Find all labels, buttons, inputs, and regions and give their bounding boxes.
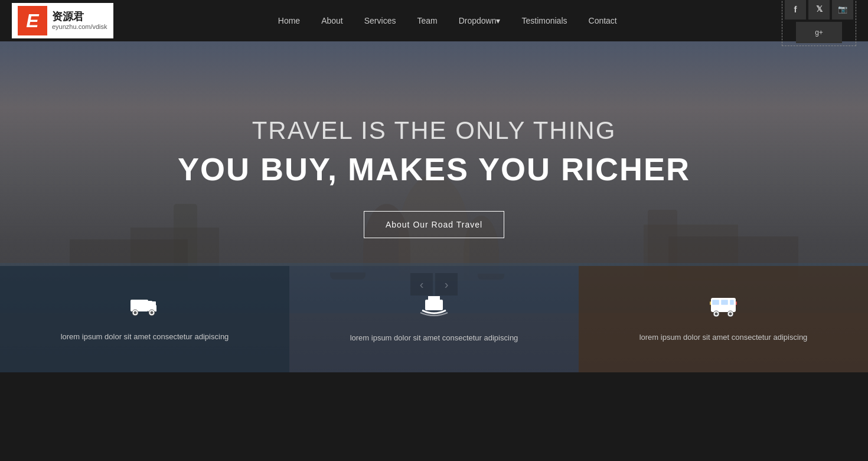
logo-title: 资源君 [52,11,107,24]
svg-rect-20 [710,301,711,305]
nav-about[interactable]: About [311,0,354,41]
twitter-icon: 𝕏 [816,4,823,14]
svg-rect-21 [736,301,737,305]
hero-section: TRAVEL IS THE ONLY THING YOU BUY, MAKES … [0,41,868,372]
svg-rect-13 [721,300,728,305]
instagram-icon: 📷 [838,5,847,14]
feature-card-1: lorem ipsum dolor sit amet consectetur a… [0,266,289,372]
svg-rect-15 [712,306,735,308]
svg-rect-12 [712,300,719,305]
gplus-icon: g+ [815,28,823,37]
nav-dropdown[interactable]: Dropdown ▾ [448,0,511,41]
feature-card-2: lorem ipsum dolor sit amet consectetur a… [289,266,579,372]
svg-marker-8 [428,296,440,300]
nav-testimonials[interactable]: Testimonials [511,0,577,41]
gplus-button[interactable]: g+ [796,22,842,43]
chevron-down-icon: ▾ [496,16,500,25]
logo-letter: E [18,6,47,35]
svg-point-18 [715,313,718,316]
social-bar: f 𝕏 📷 g+ [782,0,856,46]
svg-rect-9 [431,296,433,300]
svg-rect-14 [730,300,734,305]
hero-headline-2: YOU BUY, MAKES YOU RICHER [178,151,690,187]
svg-rect-0 [130,300,148,311]
svg-rect-6 [149,301,156,307]
truck-icon [129,295,160,322]
svg-point-5 [151,311,154,314]
svg-point-19 [729,313,732,316]
main-nav: Home About Services Team Dropdown ▾ Test… [267,0,628,41]
social-top-row: f 𝕏 📷 [785,0,853,20]
ship-icon [419,294,449,323]
feature-card-3: lorem ipsum dolor sit amet consectetur a… [579,266,868,372]
instagram-button[interactable]: 📷 [832,0,853,20]
feature-card-3-text: lorem ipsum dolor sit amet consectetur a… [639,332,808,344]
header: E 资源君 eyunzhu.com/vdisk Home About Servi… [0,0,868,41]
bus-icon [709,294,738,322]
feature-card-2-text: lorem ipsum dolor sit amet consectetur a… [350,332,518,345]
hero-content: TRAVEL IS THE ONLY THING YOU BUY, MAKES … [0,41,868,278]
feature-cards-container: lorem ipsum dolor sit amet consectetur a… [0,266,868,372]
nav-dropdown-label: Dropdown [459,16,497,25]
svg-rect-10 [430,301,438,306]
nav-services[interactable]: Services [354,0,407,41]
facebook-button[interactable]: f [785,0,806,20]
svg-point-4 [134,311,137,314]
hero-headline-1: TRAVEL IS THE ONLY THING [252,116,616,145]
nav-contact[interactable]: Contact [578,0,628,41]
hero-cta-button[interactable]: About Our Road Travel [364,211,504,238]
feature-card-1-text: lorem ipsum dolor sit amet consectetur a… [61,331,229,343]
logo-subtitle: eyunzhu.com/vdisk [52,23,107,31]
logo-text: 资源君 eyunzhu.com/vdisk [52,11,107,31]
social-bottom-row: g+ [785,22,853,43]
twitter-button[interactable]: 𝕏 [808,0,830,20]
nav-home[interactable]: Home [267,0,311,41]
logo[interactable]: E 资源君 eyunzhu.com/vdisk [12,3,113,38]
facebook-icon: f [794,4,797,14]
nav-team[interactable]: Team [406,0,448,41]
